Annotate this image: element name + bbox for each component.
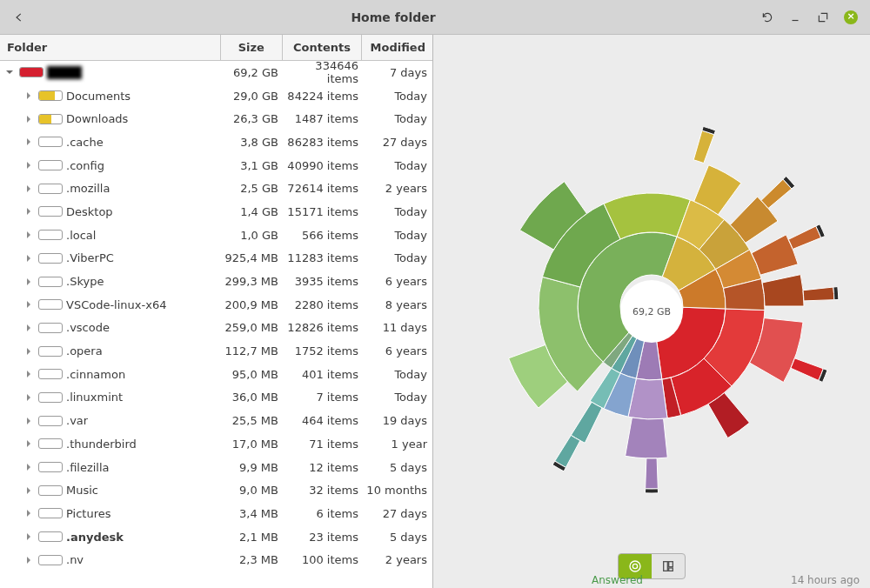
size-cell: 3,1 GB xyxy=(222,159,284,172)
size-bar xyxy=(38,438,63,449)
modified-cell: 1 year xyxy=(364,438,431,451)
expander-icon[interactable] xyxy=(23,252,35,264)
size-bar xyxy=(38,277,63,287)
table-row[interactable]: Music9,0 MB32 items10 months xyxy=(0,478,432,502)
size-bar xyxy=(38,462,63,472)
expander-icon[interactable] xyxy=(23,205,35,217)
treemap-view-button[interactable] xyxy=(652,554,685,578)
folder-name: .mozilla xyxy=(66,182,110,195)
folder-name: VSCode-linux-x64 xyxy=(66,298,166,311)
size-cell: 36,0 MB xyxy=(222,391,284,404)
table-row[interactable]: .config3,1 GB40990 itemsToday xyxy=(0,154,432,177)
modified-cell: Today xyxy=(364,251,431,264)
table-row[interactable]: Downloads26,3 GB1487 itemsToday xyxy=(0,107,432,130)
table-row[interactable]: Pictures3,4 MB6 items27 days xyxy=(0,502,432,525)
table-row[interactable]: .local1,0 GB566 itemsToday xyxy=(0,224,432,247)
svg-rect-2 xyxy=(664,562,668,571)
back-button[interactable] xyxy=(7,5,31,30)
modified-cell: 27 days xyxy=(364,507,431,520)
size-bar xyxy=(38,416,63,426)
size-bar xyxy=(38,253,63,264)
table-row[interactable]: .vscode259,0 MB12826 items11 days xyxy=(0,317,432,340)
expander-icon[interactable] xyxy=(23,415,35,427)
expander-icon[interactable] xyxy=(23,113,35,125)
table-row[interactable]: .var25,5 MB464 items19 days xyxy=(0,409,432,432)
table-row[interactable]: .filezilla9,9 MB12 items5 days xyxy=(0,456,432,479)
table-row[interactable]: .cache3,8 GB86283 items27 days xyxy=(0,130,432,154)
expander-icon[interactable] xyxy=(23,531,35,543)
expander-icon[interactable] xyxy=(23,368,35,380)
modified-cell: 7 days xyxy=(364,66,431,79)
folder-name: .linuxmint xyxy=(66,391,123,404)
size-cell: 69,2 GB xyxy=(222,66,284,79)
folder-name: .filezilla xyxy=(66,461,110,474)
column-headers: Folder Size Contents Modified xyxy=(0,35,432,61)
contents-cell: 71 items xyxy=(284,438,364,451)
modified-cell: 2 years xyxy=(364,553,431,566)
contents-cell: 11283 items xyxy=(284,251,364,264)
size-bar xyxy=(38,508,63,518)
size-bar xyxy=(38,114,63,124)
expander-icon[interactable] xyxy=(3,66,16,78)
svg-rect-4 xyxy=(669,568,673,571)
table-row-root[interactable]: ████69,2 GB334646 items7 days xyxy=(0,61,432,84)
table-row[interactable]: .nv2,3 MB100 items2 years xyxy=(0,548,432,571)
folder-name: .ViberPC xyxy=(66,251,114,264)
table-row[interactable]: .opera112,7 MB1752 items6 years xyxy=(0,339,432,363)
expander-icon[interactable] xyxy=(23,136,35,148)
refresh-button[interactable] xyxy=(755,5,780,30)
col-modified[interactable]: Modified xyxy=(362,35,432,60)
chart-panel: 69,2 GB Answered 14 hours ago xyxy=(433,35,870,588)
folder-tree-panel: Folder Size Contents Modified ████69,2 G… xyxy=(0,35,433,588)
expander-icon[interactable] xyxy=(23,461,35,473)
expander-icon[interactable] xyxy=(23,391,35,404)
folder-name: .vscode xyxy=(66,321,110,334)
close-button[interactable]: × xyxy=(839,5,863,30)
table-row[interactable]: .ViberPC925,4 MB11283 itemsToday xyxy=(0,247,432,271)
contents-cell: 23 items xyxy=(284,531,364,544)
expander-icon[interactable] xyxy=(23,159,35,171)
expander-icon[interactable] xyxy=(23,345,35,357)
modified-cell: 5 days xyxy=(364,461,431,474)
expander-icon[interactable] xyxy=(23,507,35,519)
folder-name: Pictures xyxy=(66,507,110,520)
rings-view-button[interactable] xyxy=(619,554,652,578)
size-cell: 2,3 MB xyxy=(222,553,284,566)
expander-icon[interactable] xyxy=(23,276,35,288)
table-row[interactable]: .linuxmint36,0 MB7 itemsToday xyxy=(0,386,432,410)
expander-icon[interactable] xyxy=(23,183,35,195)
expander-icon[interactable] xyxy=(23,298,35,311)
col-size[interactable]: Size xyxy=(221,35,283,60)
expander-icon[interactable] xyxy=(23,438,35,450)
table-row[interactable]: Desktop1,4 GB15171 itemsToday xyxy=(0,200,432,224)
contents-cell: 72614 items xyxy=(284,182,364,195)
table-row[interactable]: Documents29,0 GB84224 itemsToday xyxy=(0,84,432,108)
table-row[interactable]: VSCode-linux-x64200,9 MB2280 items8 year… xyxy=(0,293,432,317)
modified-cell: Today xyxy=(364,229,431,242)
maximize-button[interactable] xyxy=(811,5,835,30)
table-row[interactable]: .Skype299,3 MB3935 items6 years xyxy=(0,270,432,293)
col-folder[interactable]: Folder xyxy=(0,35,221,60)
modified-cell: 5 days xyxy=(364,531,431,544)
expander-icon[interactable] xyxy=(23,484,35,497)
table-row[interactable]: .cinnamon95,0 MB401 itemsToday xyxy=(0,363,432,386)
contents-cell: 12826 items xyxy=(284,321,364,334)
col-contents[interactable]: Contents xyxy=(283,35,363,60)
size-bar xyxy=(38,90,63,101)
size-bar xyxy=(38,346,63,357)
table-row[interactable]: .anydesk2,1 MB23 items5 days xyxy=(0,525,432,549)
size-cell: 2,1 MB xyxy=(222,531,284,544)
expander-icon[interactable] xyxy=(23,554,35,566)
expander-icon[interactable] xyxy=(23,322,35,334)
expander-icon[interactable] xyxy=(23,90,35,102)
table-row[interactable]: .thunderbird17,0 MB71 items1 year xyxy=(0,432,432,456)
contents-cell: 7 items xyxy=(284,391,364,404)
size-cell: 95,0 MB xyxy=(222,368,284,381)
expander-icon[interactable] xyxy=(23,229,35,241)
modified-cell: Today xyxy=(364,112,431,125)
table-row[interactable]: .mozilla2,5 GB72614 items2 years xyxy=(0,177,432,200)
modified-cell: 19 days xyxy=(364,414,431,427)
size-bar xyxy=(38,137,63,147)
modified-cell: 2 years xyxy=(364,182,431,195)
minimize-button[interactable] xyxy=(783,5,807,30)
